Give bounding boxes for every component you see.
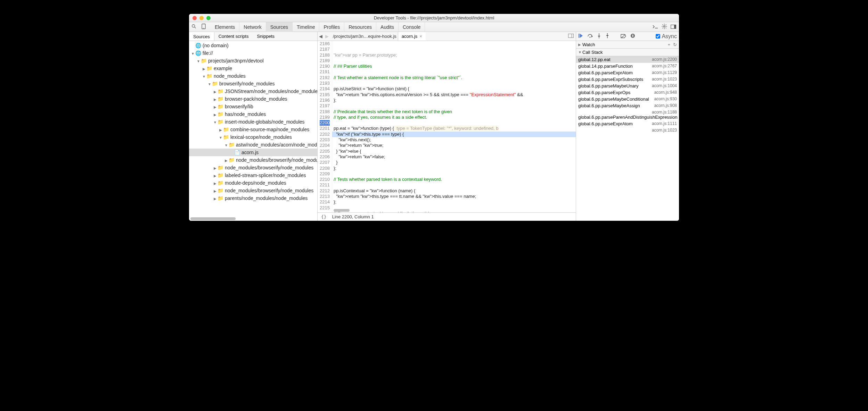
gutter-line[interactable]: 2190 bbox=[320, 64, 330, 69]
file-tree-folder[interactable]: 🌐(no domain) bbox=[189, 42, 317, 49]
code-line[interactable]: }; bbox=[332, 199, 576, 205]
file-tree-folder[interactable]: ▼📁insert-module-globals/node_modules bbox=[189, 118, 317, 126]
editor-tab-acorn[interactable]: acorn.js × bbox=[398, 32, 426, 41]
stack-frame[interactable]: acorn.js:1004global.6.pp.parseMaybeUnary bbox=[576, 83, 679, 89]
stack-frame[interactable]: acorn.js:1023global.6.pp.parseExprSubscr… bbox=[576, 76, 679, 83]
gutter-line[interactable]: 2209 bbox=[320, 171, 330, 177]
resume-icon[interactable] bbox=[578, 33, 583, 40]
main-tab-audits[interactable]: Audits bbox=[376, 22, 399, 32]
gutter-line[interactable]: 2203 bbox=[320, 137, 330, 143]
device-icon[interactable] bbox=[199, 24, 208, 30]
disclosure-icon[interactable]: ▶ bbox=[202, 65, 206, 73]
stack-frame[interactable]: acorn.js:930global.6.pp.parseMaybeCondit… bbox=[576, 96, 679, 102]
code-line[interactable] bbox=[332, 205, 576, 211]
disclosure-icon[interactable]: ▼ bbox=[208, 81, 211, 88]
gutter-line[interactable]: 2200 bbox=[320, 120, 330, 126]
disclosure-icon[interactable]: ▶ bbox=[213, 180, 217, 187]
disclosure-icon[interactable]: ▶ bbox=[213, 88, 217, 96]
file-tree-folder[interactable]: ▶📁module-deps/node_modules bbox=[189, 179, 317, 187]
file-tree-file[interactable]: 📄acorn.js bbox=[189, 149, 317, 156]
gutter-line[interactable]: 2197 bbox=[320, 103, 330, 109]
file-tree-folder[interactable]: ▶📁JSONStream/node_modules/node_modules bbox=[189, 87, 317, 95]
callstack-section[interactable]: ▼ Call Stack bbox=[576, 49, 679, 56]
code-line[interactable]: }; bbox=[332, 98, 576, 103]
file-tree-folder[interactable]: ▶📁browserify/lib bbox=[189, 103, 317, 110]
code-line[interactable]: "kw">var pp = Parser.prototype; bbox=[332, 52, 576, 58]
code-line[interactable] bbox=[332, 58, 576, 64]
add-watch-icon[interactable]: + bbox=[668, 42, 670, 47]
code-line[interactable]: // ## Parser utilities bbox=[332, 64, 576, 69]
gutter-line[interactable]: 2212 bbox=[320, 188, 330, 194]
search-icon[interactable] bbox=[189, 24, 199, 30]
step-out-icon[interactable] bbox=[605, 33, 609, 40]
code-line[interactable]: } "kw">else { bbox=[332, 149, 576, 154]
gutter-line[interactable]: 2206 bbox=[320, 154, 330, 160]
main-tab-timeline[interactable]: Timeline bbox=[293, 22, 319, 32]
disclosure-icon[interactable]: ▶ bbox=[213, 96, 217, 103]
braces-icon[interactable]: {} bbox=[321, 214, 327, 219]
code-line[interactable]: // Consumes contextual keyword "kw">if p… bbox=[332, 211, 576, 212]
code-line[interactable] bbox=[332, 103, 576, 109]
minimize-icon[interactable] bbox=[199, 16, 204, 20]
disclosure-icon[interactable]: ▶ bbox=[213, 111, 217, 119]
stack-frame[interactable]: acorn.js:1129global.6.pp.parseExprAtom bbox=[576, 69, 679, 76]
stack-frame[interactable]: acorn.js:1023 bbox=[576, 127, 679, 134]
code-line[interactable]: "kw">return "kw">false; bbox=[332, 154, 576, 160]
code-line[interactable]: // Predicate that tests whether the next… bbox=[332, 109, 576, 115]
code-line[interactable]: // Tests whether parsed token is a conte… bbox=[332, 177, 576, 182]
disclosure-icon[interactable]: ▼ bbox=[197, 58, 200, 65]
file-tree-folder[interactable]: ▶📁browser-pack/node_modules bbox=[189, 95, 317, 103]
disclosure-icon[interactable]: ▶ bbox=[213, 195, 217, 203]
code-line[interactable] bbox=[332, 120, 576, 126]
stack-frame[interactable]: acorn.js:1111global.6.pp.parseExprAtom bbox=[576, 120, 679, 127]
gutter-line[interactable]: 2196 bbox=[320, 98, 330, 103]
code-line[interactable]: }; bbox=[332, 166, 576, 171]
file-tree-folder[interactable]: ▶📁node_modules/browserify/node_modules bbox=[189, 156, 317, 164]
file-tree-folder[interactable]: ▼📁lexical-scope/node_modules bbox=[189, 133, 317, 141]
main-tab-network[interactable]: Network bbox=[239, 22, 266, 32]
stack-frame[interactable]: acorn.js:2767global.14.pp.parseFunction bbox=[576, 63, 679, 69]
code-editor[interactable]: 2186218721882189219021912192219321942195… bbox=[318, 41, 576, 212]
code-line[interactable]: // type, and if yes, consumes it as a si… bbox=[332, 115, 576, 120]
pane-toggle-icon[interactable] bbox=[568, 34, 574, 39]
disclosure-icon[interactable]: ▶ bbox=[213, 187, 217, 195]
pause-exceptions-icon[interactable] bbox=[630, 33, 635, 40]
gutter-line[interactable]: 2204 bbox=[320, 143, 330, 148]
code-line[interactable] bbox=[332, 69, 576, 75]
deactivate-breakpoints-icon[interactable] bbox=[621, 33, 626, 40]
file-tree-folder[interactable]: ▶📁node_modules/browserify/node_modules bbox=[189, 187, 317, 194]
gutter-line[interactable]: 2195 bbox=[320, 92, 330, 98]
disclosure-icon[interactable]: ▶ bbox=[213, 172, 217, 180]
file-tree-folder[interactable]: ▼📁projects/jam3npm/devtool bbox=[189, 57, 317, 65]
file-tree-folder[interactable]: ▶📁has/node_modules bbox=[189, 110, 317, 118]
async-checkbox-input[interactable] bbox=[656, 34, 660, 39]
refresh-watch-icon[interactable]: ↻ bbox=[673, 42, 677, 47]
gutter-line[interactable]: 2193 bbox=[320, 81, 330, 86]
async-checkbox[interactable]: Async bbox=[656, 33, 677, 40]
gutter-line[interactable]: 2202 bbox=[320, 132, 330, 137]
file-tree-folder[interactable]: ▶📁combine-source-map/node_modules bbox=[189, 126, 317, 133]
code-line[interactable]: "kw">if ("kw">this.type === type) { bbox=[332, 132, 576, 137]
dock-icon[interactable] bbox=[671, 24, 676, 30]
file-tree-folder[interactable]: ▶📁node_modules/browserify/node_modules bbox=[189, 164, 317, 171]
gutter-line[interactable]: 2186 bbox=[320, 41, 330, 47]
gutter-line[interactable]: 2187 bbox=[320, 47, 330, 52]
zoom-icon[interactable] bbox=[206, 16, 211, 20]
code-line[interactable] bbox=[332, 81, 576, 86]
gutter-line[interactable]: 2208 bbox=[320, 166, 330, 171]
nav-fwd-icon[interactable]: ▶ bbox=[324, 34, 330, 39]
file-tree-folder[interactable]: ▼📁browserify/node_modules bbox=[189, 80, 317, 87]
main-tab-elements[interactable]: Elements bbox=[211, 22, 239, 32]
code-line[interactable] bbox=[332, 182, 576, 188]
gutter-line[interactable]: 2194 bbox=[320, 86, 330, 92]
file-tree-folder[interactable]: ▼🌐file:// bbox=[189, 49, 317, 57]
gutter-line[interactable]: 2215 bbox=[320, 205, 330, 211]
gutter-line[interactable]: 2198 bbox=[320, 109, 330, 115]
stack-frame[interactable]: acorn.js:1188global.6.pp.parseParenAndDi… bbox=[576, 109, 679, 120]
code-line[interactable] bbox=[332, 171, 576, 177]
scrollbar-horizontal[interactable] bbox=[190, 217, 236, 220]
code-line[interactable]: "kw">return "kw">this.options.ecmaVersio… bbox=[332, 92, 576, 98]
gutter-line[interactable]: 2214 bbox=[320, 199, 330, 205]
gutter-line[interactable]: 2192 bbox=[320, 75, 330, 81]
code-line[interactable]: pp.eat = "kw">function (type) { type = T… bbox=[332, 126, 576, 131]
